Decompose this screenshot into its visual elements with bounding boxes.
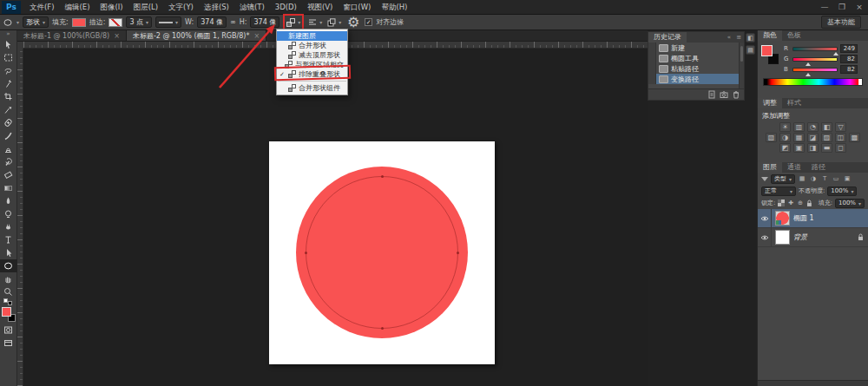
posterize-icon[interactable]: ◩: [779, 143, 791, 153]
new-snapshot-camera-icon[interactable]: [720, 90, 728, 99]
stroke-color-swatch[interactable]: [108, 18, 122, 27]
zoom-tool[interactable]: [0, 285, 17, 298]
new-document-from-state-icon[interactable]: [707, 90, 716, 99]
eraser-tool[interactable]: [0, 168, 17, 181]
menu-item-merge-shape-components[interactable]: 合并形状组件: [277, 83, 347, 93]
healing-brush-tool[interactable]: [0, 116, 17, 129]
tab-adjustments[interactable]: 调整: [758, 98, 782, 108]
path-anchor-bottom[interactable]: [381, 327, 384, 330]
toolbar-collapse-icon[interactable]: »: [6, 30, 10, 38]
gradient-map-icon[interactable]: ◨: [807, 143, 819, 153]
menu-view[interactable]: 视图(V): [302, 0, 338, 14]
collapse-panel-icon[interactable]: «: [725, 34, 733, 41]
menu-help[interactable]: 帮助(H): [376, 0, 412, 14]
path-operations-button[interactable]: ▾: [286, 16, 301, 29]
menu-window[interactable]: 窗口(W): [338, 0, 376, 14]
menu-select[interactable]: 选择(S): [199, 0, 234, 14]
filter-pixel-layers-icon[interactable]: ▦: [798, 175, 806, 182]
history-scrollbar[interactable]: [739, 43, 744, 88]
menu-type[interactable]: 文字(Y): [163, 0, 199, 14]
green-value-field[interactable]: 82: [840, 55, 858, 63]
path-selection-tool[interactable]: [0, 246, 17, 259]
visibility-cell[interactable]: [758, 209, 772, 228]
panel-foreground-background-swatches[interactable]: [761, 45, 780, 64]
collapsed-panel-icon-2[interactable]: ▤: [746, 45, 755, 55]
history-item-ellipse-tool[interactable]: 椭圆工具: [648, 53, 739, 63]
crop-tool[interactable]: [0, 90, 17, 103]
history-source-well[interactable]: [648, 53, 656, 63]
gradient-tool[interactable]: [0, 181, 17, 194]
tab-paths[interactable]: 路径: [806, 162, 831, 173]
history-item-new[interactable]: 新建: [648, 43, 739, 53]
tool-mode-select[interactable]: 形状▾: [23, 16, 49, 28]
quick-mask-button[interactable]: [0, 324, 17, 337]
document-tab-1[interactable]: 未标题-1 @ 100%(RGB/8)×: [17, 30, 127, 41]
foreground-color-swatch[interactable]: [2, 307, 11, 317]
blur-tool[interactable]: [0, 194, 17, 207]
menu-item-intersect-shape-areas[interactable]: 与形状区域相交: [277, 60, 347, 69]
curves-icon[interactable]: ◔: [807, 122, 819, 132]
stroke-width-input[interactable]: 3 点▾: [126, 16, 152, 28]
shape-width-input[interactable]: 374 像: [197, 16, 227, 28]
geometry-options-button[interactable]: ⚙: [345, 16, 361, 29]
filter-type-layers-icon[interactable]: T: [820, 175, 829, 182]
tab-swatches[interactable]: 色板: [782, 30, 806, 41]
panel-menu-icon[interactable]: ≡: [733, 34, 744, 41]
ellipse-tool-selected[interactable]: [0, 259, 17, 272]
history-source-well[interactable]: [648, 63, 656, 74]
lock-all-icon[interactable]: [806, 200, 812, 207]
tab-channels[interactable]: 通道: [782, 162, 806, 173]
black-white-icon[interactable]: ▦: [793, 133, 805, 142]
layer-thumbnail-background[interactable]: [775, 230, 790, 245]
lock-transparency-icon[interactable]: [778, 200, 785, 206]
quick-selection-tool[interactable]: [0, 77, 17, 90]
color-lookup-icon[interactable]: ◫: [835, 133, 846, 142]
move-tool[interactable]: [0, 38, 17, 51]
type-tool[interactable]: [0, 233, 17, 246]
tab-styles[interactable]: 样式: [782, 98, 806, 108]
tab-color[interactable]: 颜色: [758, 30, 782, 41]
color-spectrum-ramp[interactable]: [763, 78, 863, 86]
history-source-well[interactable]: [648, 43, 656, 53]
history-brush-tool[interactable]: [0, 155, 17, 168]
layer-thumbnail-ellipse[interactable]: [775, 211, 790, 226]
red-slider[interactable]: [792, 47, 838, 51]
tool-preset-button[interactable]: ▾: [3, 16, 19, 29]
blend-mode-select[interactable]: 正常▾: [761, 186, 796, 196]
menu-image[interactable]: 图像(I): [95, 0, 128, 14]
red-slider-thumb[interactable]: [833, 52, 838, 56]
delete-state-trash-icon[interactable]: [732, 90, 740, 99]
restore-icon[interactable]: ❐: [833, 0, 851, 14]
photo-filter-icon[interactable]: ◪: [807, 133, 819, 142]
fill-color-swatch[interactable]: [72, 18, 86, 27]
lasso-tool[interactable]: [0, 64, 17, 77]
filter-shape-layers-icon[interactable]: ▭: [832, 175, 840, 182]
path-anchor-right[interactable]: [457, 252, 459, 254]
menu-edit[interactable]: 编辑(E): [60, 0, 95, 14]
layer-name-ellipse[interactable]: 椭圆 1: [793, 213, 814, 223]
align-edges-checkbox[interactable]: ✓: [365, 18, 372, 26]
shape-height-input[interactable]: 374 像: [250, 16, 279, 28]
lock-position-icon[interactable]: ⊕: [797, 200, 804, 206]
eyedropper-tool[interactable]: [0, 103, 17, 116]
history-item-paste-path[interactable]: 粘贴路径: [648, 63, 739, 74]
menu-filter[interactable]: 滤镜(T): [234, 0, 270, 14]
layer-name-background[interactable]: 背景: [793, 232, 807, 242]
history-item-transform-path-selected[interactable]: 变换路径: [648, 74, 739, 84]
menu-item-exclude-overlapping-shapes[interactable]: ✓排除重叠形状: [277, 69, 347, 79]
threshold-icon[interactable]: ▣: [793, 143, 805, 153]
ellipse-vector-path[interactable]: [306, 176, 458, 329]
vibrance-icon[interactable]: ▽: [835, 122, 846, 132]
channel-mixer-icon[interactable]: ▨: [821, 133, 832, 142]
path-arrangement-button[interactable]: ▾: [326, 16, 342, 29]
link-dimensions-icon[interactable]: ∞: [230, 18, 236, 26]
filter-smart-objects-icon[interactable]: ▣: [843, 175, 852, 182]
invert-icon[interactable]: ▩: [849, 133, 860, 142]
default-colors-icon[interactable]: [3, 298, 14, 305]
hue-saturation-icon[interactable]: ▧: [766, 133, 777, 142]
opacity-field[interactable]: 100%▾: [827, 186, 857, 196]
exposure-icon[interactable]: ◧: [821, 122, 832, 132]
path-anchor-left[interactable]: [305, 252, 307, 254]
tab-close-icon[interactable]: ×: [253, 32, 260, 40]
menu-item-subtract-front-shape[interactable]: 减去顶层形状: [277, 50, 347, 60]
